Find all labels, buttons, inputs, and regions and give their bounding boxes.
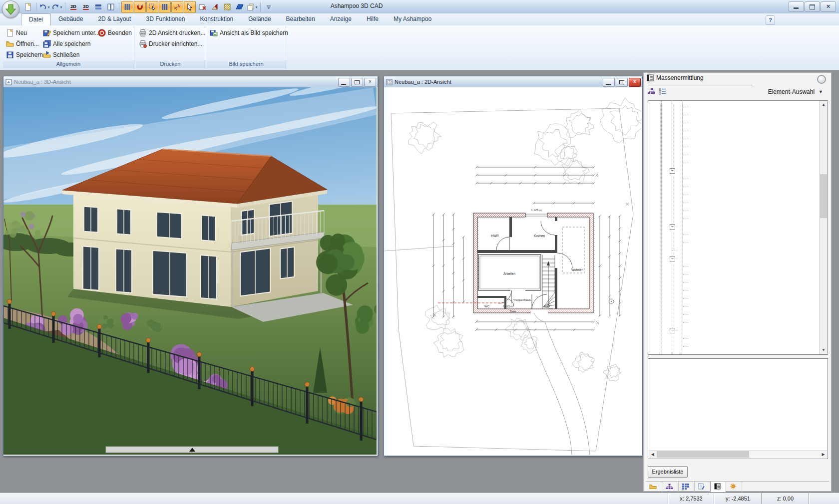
tree-item-wand-72[interactable] [648, 127, 819, 135]
panel-tab-3d[interactable] [679, 482, 695, 492]
tree-item-tür-1[interactable] [648, 175, 819, 183]
ribbon-item-schließen[interactable]: Schließen [43, 50, 79, 59]
ribbon-item-beenden[interactable]: Beenden [98, 28, 132, 37]
3d-minimize-button[interactable] [338, 78, 350, 87]
tree-item-fenster-3[interactable] [648, 278, 819, 286]
select-elements-icon[interactable] [146, 1, 158, 13]
ribbon-item-neu[interactable]: Neu [6, 28, 27, 37]
ribbon-item-drucker-einrichten-[interactable]: Drucker einrichten... [139, 39, 202, 48]
redo-icon[interactable]: ▾ [51, 1, 63, 13]
tree-item-wand-70[interactable] [648, 111, 819, 119]
ribbon-item-speichern[interactable]: Speichern [6, 50, 43, 59]
panel-tab-pv[interactable] [726, 482, 742, 492]
app-button[interactable] [2, 0, 19, 18]
tab-gel-nde[interactable]: Gelände [241, 13, 278, 25]
split-vertical-icon[interactable] [105, 1, 117, 13]
tree-scrollbar[interactable]: ▲ ▼ [819, 101, 828, 354]
grid-icon[interactable] [121, 1, 133, 13]
tree-item-fenster-4[interactable] [648, 286, 819, 294]
qat-menu-icon[interactable] [263, 1, 275, 13]
2d-window-title-bar[interactable]: Neubau_a : 2D-Ansicht × [384, 76, 642, 88]
panel-tab-ra[interactable] [695, 482, 710, 492]
tree-item-wand-76[interactable] [648, 159, 819, 167]
scroll-left-icon[interactable]: ◀ [649, 451, 656, 458]
tree-item-stütze-2[interactable] [648, 239, 819, 247]
minimize-button[interactable] [789, 1, 804, 12]
ribbon-item-alle-speichern[interactable]: Alle speichern [43, 39, 90, 48]
section-lines-icon[interactable] [159, 1, 171, 13]
tree-scrollbar-thumb[interactable] [820, 174, 827, 218]
tree-item-fenster-7[interactable] [648, 310, 819, 318]
tree-item-fenster-5[interactable] [648, 294, 819, 302]
tree-item-tür-6[interactable] [648, 215, 819, 223]
tree-item-tür-5[interactable] [648, 207, 819, 215]
tree-item-tür-2[interactable] [648, 183, 819, 191]
scroll-up-icon[interactable]: ▲ [820, 101, 828, 109]
new-drawing-icon[interactable] [22, 1, 34, 13]
details-scrollbar-thumb[interactable] [657, 451, 749, 458]
tree-item-wand-74[interactable] [648, 143, 819, 151]
tab-konstruktion[interactable]: Konstruktion [193, 13, 241, 25]
tab-geb-ude[interactable]: Gebäude [51, 13, 90, 25]
tree-item-fenster[interactable]: − [648, 254, 819, 262]
scroll-down-icon[interactable]: ▼ [820, 346, 828, 354]
view-2d-icon[interactable]: 2D [67, 1, 79, 13]
panel-pin-icon[interactable] [817, 75, 826, 84]
tree-item-türen[interactable]: − [648, 167, 819, 175]
split-horizontal-icon[interactable] [92, 1, 104, 13]
pointer-icon[interactable] [184, 1, 196, 13]
view-3d-icon[interactable]: 3D [80, 1, 92, 13]
texture-icon[interactable] [209, 1, 221, 13]
tree-item-tür-4[interactable] [648, 199, 819, 207]
tree-item-tür-3[interactable] [648, 191, 819, 199]
2d-viewport[interactable]: HWR Kochen Arbeiten Wohnen Treppenhaus D… [384, 87, 642, 456]
tab-anzeige[interactable]: Anzeige [323, 13, 359, 25]
tree-item-deckenplatte-2[interactable] [648, 342, 819, 350]
help-button[interactable]: ? [766, 15, 775, 25]
element-selection-dropdown[interactable]: Element-Auswahl ▼ [768, 88, 823, 95]
tree-item-stütze-1[interactable] [648, 231, 819, 239]
details-scrollbar[interactable]: ◀ ▶ [649, 450, 827, 458]
2d-close-button[interactable]: × [629, 78, 641, 87]
3d-window-title-bar[interactable]: Neubau_a : 3D-Ansicht × [3, 76, 378, 88]
tab-2d-layout[interactable]: 2D & Layout [90, 13, 138, 25]
tree-item-fenster-6[interactable] [648, 302, 819, 310]
surface-icon[interactable] [234, 1, 246, 13]
tab-hilfe[interactable]: Hilfe [359, 13, 386, 25]
layers-icon[interactable]: ▾ [246, 1, 258, 13]
tab-datei[interactable]: Datei [21, 13, 51, 25]
tree-item-deckenplatte-1[interactable] [648, 334, 819, 342]
3d-close-button[interactable]: × [364, 78, 376, 87]
tree-item-wand-71[interactable] [648, 119, 819, 127]
2d-maximize-button[interactable] [616, 78, 628, 87]
tab-bearbeiten[interactable]: Bearbeiten [279, 13, 323, 25]
magnet-icon[interactable] [134, 1, 146, 13]
3d-viewport[interactable] [3, 87, 378, 456]
tree-item-fensterkonstruktionen[interactable] [648, 247, 819, 254]
result-list-button[interactable]: Ergebnisliste [648, 466, 688, 478]
tree-item-fenster-2[interactable] [648, 270, 819, 278]
ribbon-item-ansicht-als-bild-speichern[interactable]: Ansicht als Bild speichern [210, 28, 288, 37]
tree-item-fenster-1[interactable] [648, 262, 819, 270]
maximize-button[interactable] [805, 1, 820, 12]
2d-minimize-button[interactable] [603, 78, 615, 87]
panel-tab-ma[interactable] [710, 482, 726, 493]
tree-item-wand-69[interactable] [648, 103, 819, 111]
panel-tab-ka[interactable] [646, 482, 662, 492]
tree-item-wand-73[interactable] [648, 135, 819, 143]
3d-restore-button[interactable] [351, 78, 363, 87]
ribbon-item-speichern-unter-[interactable]: Speichern unter... [43, 28, 100, 37]
delete-view-icon[interactable] [196, 1, 208, 13]
tree-item-stützen[interactable]: − [648, 223, 819, 231]
measure-icon[interactable] [171, 1, 183, 13]
close-button[interactable]: × [821, 1, 836, 12]
ribbon-item-öffnen-[interactable]: Öffnen... [6, 39, 39, 48]
list-view-icon[interactable] [659, 88, 667, 95]
tab-3d-funktionen[interactable]: 3D Funktionen [138, 13, 192, 25]
tree-view-icon[interactable] [648, 88, 656, 95]
ribbon-item-2d-ansicht-drucken-[interactable]: 2D Ansicht drucken... [139, 28, 205, 37]
hatch-icon[interactable] [221, 1, 233, 13]
scroll-right-icon[interactable]: ▶ [820, 451, 827, 458]
panel-tab-pr[interactable] [662, 482, 679, 492]
tree-item-decken[interactable]: − [648, 326, 819, 334]
